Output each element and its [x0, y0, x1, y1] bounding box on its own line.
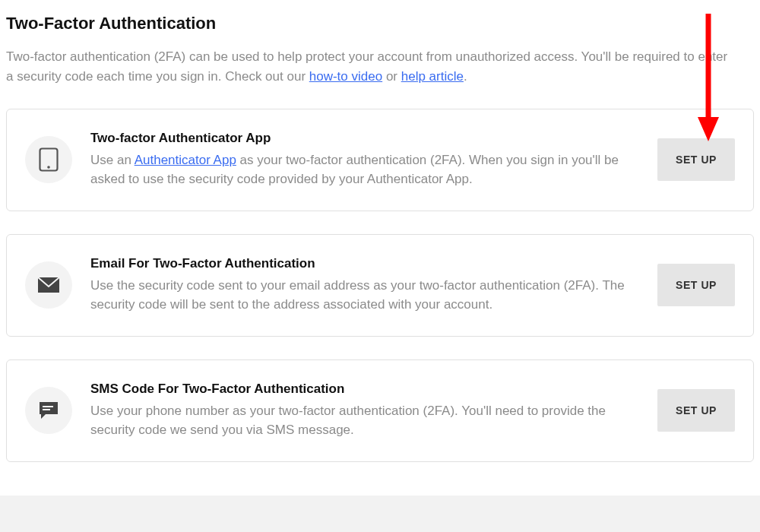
method-sms-desc: Use your phone number as your two-factor…: [90, 401, 638, 440]
setup-app-button[interactable]: SET UP: [657, 138, 735, 181]
page-desc-suffix: .: [464, 69, 467, 84]
twofactor-method-app: Two-factor Authenticator App Use an Auth…: [6, 109, 754, 211]
twofactor-method-email: Email For Two-Factor Authentication Use …: [6, 234, 754, 337]
page-desc-middle: or: [382, 69, 401, 84]
howto-video-link[interactable]: how-to video: [309, 69, 382, 84]
authenticator-app-link[interactable]: Authenticator App: [135, 153, 236, 167]
page-title: Two-Factor Authentication: [6, 14, 754, 33]
method-email-desc: Use the security code sent to your email…: [90, 276, 638, 315]
twofactor-method-sms: SMS Code For Two-Factor Authentication U…: [6, 359, 754, 462]
svg-point-1: [47, 166, 50, 169]
tablet-icon: [25, 136, 72, 183]
page-description: Two-factor authentication (2FA) can be u…: [6, 47, 736, 87]
setup-sms-button[interactable]: SET UP: [657, 389, 735, 432]
method-app-desc-prefix: Use an: [90, 153, 135, 167]
envelope-icon: [25, 261, 72, 309]
svg-rect-2: [43, 406, 53, 407]
method-email-title: Email For Two-Factor Authentication: [90, 256, 639, 271]
footer-bar: [0, 496, 760, 532]
svg-rect-3: [43, 409, 50, 410]
help-article-link[interactable]: help article: [401, 69, 464, 84]
method-sms-title: SMS Code For Two-Factor Authentication: [90, 382, 639, 397]
chat-bubble-icon: [25, 387, 72, 434]
method-app-title: Two-factor Authenticator App: [90, 131, 639, 146]
method-app-desc: Use an Authenticator App as your two-fac…: [90, 150, 638, 189]
setup-email-button[interactable]: SET UP: [657, 264, 735, 306]
